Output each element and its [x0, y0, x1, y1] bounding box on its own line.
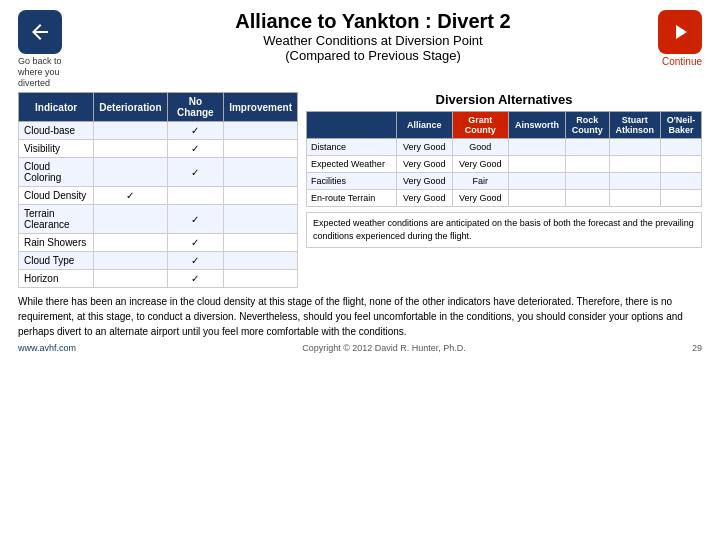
oneil-cell	[661, 173, 702, 190]
deterioration-cell	[94, 270, 167, 288]
ainsworth-cell	[508, 190, 565, 207]
col-deterioration: Deterioration	[94, 93, 167, 122]
table-row: Cloud-base ✓	[19, 122, 298, 140]
rock-cell	[566, 173, 609, 190]
row-label-cell: Expected Weather	[307, 156, 397, 173]
grant-cell: Very Good	[452, 156, 508, 173]
table-row: Cloud Density ✓	[19, 187, 298, 205]
improvement-cell	[224, 122, 298, 140]
indicator-cell: Cloud-base	[19, 122, 94, 140]
col-no-change: No Change	[167, 93, 224, 122]
bottom-text: While there has been an increase in the …	[18, 294, 702, 339]
row-label-cell: Distance	[307, 139, 397, 156]
notes-box: Expected weather conditions are anticipa…	[306, 212, 702, 247]
rock-cell	[566, 156, 609, 173]
rock-cell	[566, 190, 609, 207]
table-row: Distance Very Good Good	[307, 139, 702, 156]
no-change-cell	[167, 187, 224, 205]
col-indicator: Indicator	[19, 93, 94, 122]
table-row: Visibility ✓	[19, 140, 298, 158]
page: Go back to where you diverted Alliance t…	[0, 0, 720, 540]
table-row: Facilities Very Good Fair	[307, 173, 702, 190]
oneil-cell	[661, 156, 702, 173]
improvement-cell	[224, 234, 298, 252]
subtitle-line1: Weather Conditions at Diversion Point	[98, 33, 648, 48]
improvement-cell	[224, 158, 298, 187]
indicator-cell: Rain Showers	[19, 234, 94, 252]
alliance-cell: Very Good	[396, 173, 452, 190]
alliance-cell: Very Good	[396, 156, 452, 173]
deterioration-cell	[94, 205, 167, 234]
table-row: Rain Showers ✓	[19, 234, 298, 252]
col-alliance: Alliance	[396, 112, 452, 139]
improvement-cell	[224, 270, 298, 288]
back-button[interactable]	[18, 10, 62, 54]
footer-page: 29	[692, 343, 702, 353]
indicator-cell: Horizon	[19, 270, 94, 288]
deterioration-cell	[94, 252, 167, 270]
col-grant-county: GrantCounty	[452, 112, 508, 139]
col-improvement: Improvement	[224, 93, 298, 122]
ainsworth-cell	[508, 173, 565, 190]
deterioration-cell: ✓	[94, 187, 167, 205]
title-area: Alliance to Yankton : Divert 2 Weather C…	[88, 10, 658, 63]
col-empty	[307, 112, 397, 139]
footer-copyright: Copyright © 2012 David R. Hunter, Ph.D.	[302, 343, 466, 353]
table-row: Cloud Coloring ✓	[19, 158, 298, 187]
alliance-cell: Very Good	[396, 139, 452, 156]
table-row: Expected Weather Very Good Very Good	[307, 156, 702, 173]
no-change-cell: ✓	[167, 270, 224, 288]
ainsworth-cell	[508, 139, 565, 156]
content-row: Indicator Deterioration No Change Improv…	[18, 92, 702, 288]
indicator-cell: Cloud Type	[19, 252, 94, 270]
improvement-cell	[224, 205, 298, 234]
table-row: Horizon ✓	[19, 270, 298, 288]
grant-cell: Fair	[452, 173, 508, 190]
continue-label: Continue	[662, 56, 702, 67]
no-change-cell: ✓	[167, 158, 224, 187]
rock-cell	[566, 139, 609, 156]
alliance-cell: Very Good	[396, 190, 452, 207]
indicator-cell: Terrain Clearance	[19, 205, 94, 234]
stuart-cell	[609, 156, 661, 173]
grant-cell: Very Good	[452, 190, 508, 207]
oneil-cell	[661, 139, 702, 156]
improvement-cell	[224, 140, 298, 158]
indicator-cell: Cloud Density	[19, 187, 94, 205]
back-label: Go back to where you diverted	[18, 56, 88, 88]
footer-row: www.avhf.com Copyright © 2012 David R. H…	[18, 343, 702, 353]
row-label-cell: En-route Terrain	[307, 190, 397, 207]
oneil-cell	[661, 190, 702, 207]
deterioration-cell	[94, 234, 167, 252]
subtitle-line2: (Compared to Previous Stage)	[98, 48, 648, 63]
table-row: Terrain Clearance ✓	[19, 205, 298, 234]
no-change-cell: ✓	[167, 205, 224, 234]
no-change-cell: ✓	[167, 252, 224, 270]
indicator-cell: Visibility	[19, 140, 94, 158]
no-change-cell: ✓	[167, 122, 224, 140]
stuart-cell	[609, 173, 661, 190]
diversion-table: Alliance GrantCounty Ainsworth RockCount…	[306, 111, 702, 207]
deterioration-cell	[94, 140, 167, 158]
footer-url: www.avhf.com	[18, 343, 76, 353]
deterioration-cell	[94, 158, 167, 187]
no-change-cell: ✓	[167, 234, 224, 252]
continue-col: Continue	[658, 10, 702, 67]
col-rock-county: RockCounty	[566, 112, 609, 139]
continue-button[interactable]	[658, 10, 702, 54]
stuart-cell	[609, 139, 661, 156]
diversion-title: Diversion Alternatives	[306, 92, 702, 107]
row-label-cell: Facilities	[307, 173, 397, 190]
right-panel: Diversion Alternatives Alliance GrantCou…	[306, 92, 702, 288]
table-row: En-route Terrain Very Good Very Good	[307, 190, 702, 207]
ainsworth-cell	[508, 156, 565, 173]
conditions-table: Indicator Deterioration No Change Improv…	[18, 92, 298, 288]
no-change-cell: ✓	[167, 140, 224, 158]
grant-cell: Good	[452, 139, 508, 156]
col-oneil-baker: O'Neil-Baker	[661, 112, 702, 139]
improvement-cell	[224, 252, 298, 270]
indicator-cell: Cloud Coloring	[19, 158, 94, 187]
improvement-cell	[224, 187, 298, 205]
nav-row: Go back to where you diverted Alliance t…	[18, 10, 702, 88]
stuart-cell	[609, 190, 661, 207]
